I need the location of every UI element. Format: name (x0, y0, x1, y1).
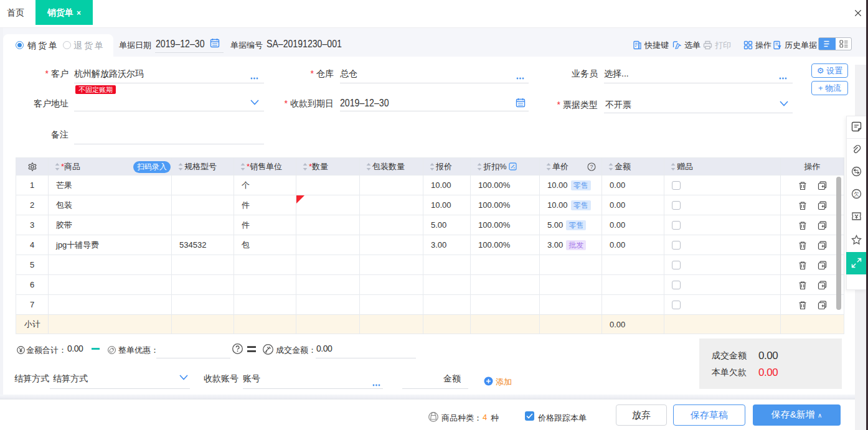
svg-text:?: ? (590, 164, 593, 170)
svg-text:欠: 欠 (854, 191, 859, 197)
